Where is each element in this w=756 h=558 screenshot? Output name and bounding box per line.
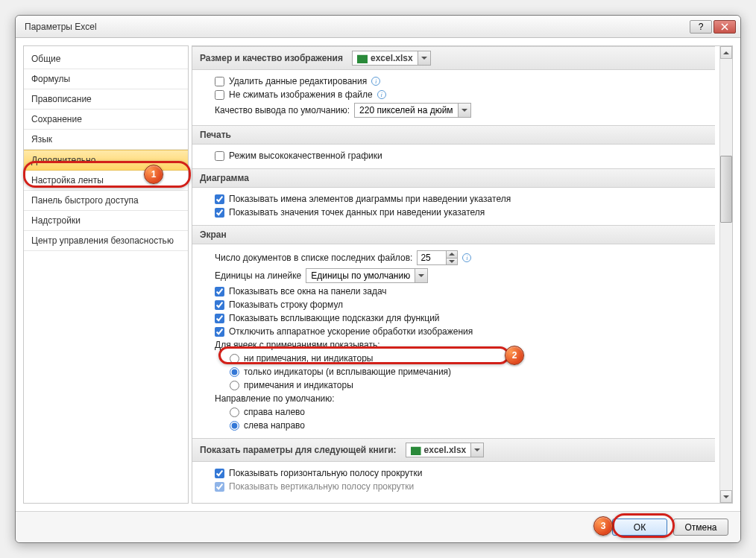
excel-options-dialog: Параметры Excel ? Общие Формулы Правопис… xyxy=(15,15,741,543)
comments-both-radio[interactable] xyxy=(230,381,239,390)
section-image-header: Размер и качество изображения excel.xlsx xyxy=(192,46,715,70)
content-pane: Размер и качество изображения excel.xlsx… xyxy=(192,45,733,504)
sidebar-item-language[interactable]: Язык xyxy=(24,130,188,150)
no-compress-checkbox[interactable] xyxy=(215,90,224,100)
chart-show-names-checkbox[interactable] xyxy=(215,194,224,204)
vertical-scrollbar[interactable] xyxy=(719,46,732,503)
sidebar-item-formulas[interactable]: Формулы xyxy=(24,69,188,89)
dialog-footer: ОК Отмена xyxy=(16,511,740,542)
chart-show-values-checkbox[interactable] xyxy=(215,208,224,218)
disable-hw-accel-checkbox[interactable] xyxy=(215,327,224,337)
cancel-button[interactable]: Отмена xyxy=(673,519,728,536)
spinner-down[interactable] xyxy=(447,259,457,265)
close-icon xyxy=(721,23,728,31)
hscroll-checkbox[interactable] xyxy=(215,469,224,478)
dialog-title: Параметры Excel xyxy=(25,22,688,32)
sidebar-item-general[interactable]: Общие xyxy=(24,49,188,69)
sidebar-item-ribbon[interactable]: Настройка ленты xyxy=(24,171,188,191)
sidebar-item-trustcenter[interactable]: Центр управления безопасностью xyxy=(24,231,188,251)
section-chart-header: Диаграмма xyxy=(192,168,715,188)
callout-badge-3: 3 xyxy=(593,516,613,536)
show-fn-tooltips-checkbox[interactable] xyxy=(215,314,224,323)
help-button[interactable]: ? xyxy=(690,20,712,34)
info-icon[interactable]: i xyxy=(462,253,471,262)
sidebar-item-save[interactable]: Сохранение xyxy=(24,110,188,130)
ruler-units-dropdown[interactable]: Единицы по умолчанию xyxy=(306,268,428,283)
book-file-dropdown[interactable]: excel.xlsx xyxy=(406,443,485,457)
delete-edit-data-checkbox[interactable] xyxy=(215,77,224,86)
scroll-down-button[interactable] xyxy=(720,490,732,503)
chevron-down-icon xyxy=(418,51,430,65)
direction-rtl-radio[interactable] xyxy=(230,408,239,417)
comments-indicators-radio[interactable] xyxy=(230,367,239,377)
vscroll-checkbox[interactable] xyxy=(215,482,224,492)
titlebar: Параметры Excel ? xyxy=(16,16,740,38)
show-formula-bar-checkbox[interactable] xyxy=(215,300,224,310)
chevron-down-icon xyxy=(415,269,427,282)
sidebar-item-qat[interactable]: Панель быстрого доступа xyxy=(24,191,188,211)
info-icon[interactable]: i xyxy=(377,90,386,99)
info-icon[interactable]: i xyxy=(371,77,380,86)
sidebar-item-addins[interactable]: Надстройки xyxy=(24,211,188,231)
sidebar-item-advanced[interactable]: Дополнительно xyxy=(24,150,188,171)
callout-badge-1: 1 xyxy=(144,165,163,184)
scroll-up-button[interactable] xyxy=(720,46,732,59)
spinner-up[interactable] xyxy=(447,251,457,259)
direction-ltr-radio[interactable] xyxy=(230,421,239,431)
show-all-windows-checkbox[interactable] xyxy=(215,287,224,297)
content-scroll: Размер и качество изображения excel.xlsx… xyxy=(192,46,719,503)
sidebar: Общие Формулы Правописание Сохранение Яз… xyxy=(23,45,189,504)
sidebar-item-proofing[interactable]: Правописание xyxy=(24,89,188,110)
section-screen-header: Экран xyxy=(192,225,715,244)
image-file-dropdown[interactable]: excel.xlsx xyxy=(352,51,431,66)
chevron-down-icon xyxy=(458,104,470,117)
chevron-down-icon xyxy=(470,443,483,457)
default-quality-dropdown[interactable]: 220 пикселей на дюйм xyxy=(354,103,471,118)
ok-button[interactable]: ОК xyxy=(612,519,667,536)
callout-badge-2: 2 xyxy=(505,346,524,365)
dialog-body: Общие Формулы Правописание Сохранение Яз… xyxy=(16,38,740,511)
comments-none-radio[interactable] xyxy=(230,354,239,364)
hq-graphics-checkbox[interactable] xyxy=(215,151,224,161)
scroll-thumb[interactable] xyxy=(720,156,732,223)
section-print-header: Печать xyxy=(192,125,715,145)
close-button[interactable] xyxy=(714,20,736,34)
recent-files-spinner[interactable]: 25 xyxy=(417,250,458,265)
section-book-header: Показать параметры для следующей книги: … xyxy=(192,438,715,462)
